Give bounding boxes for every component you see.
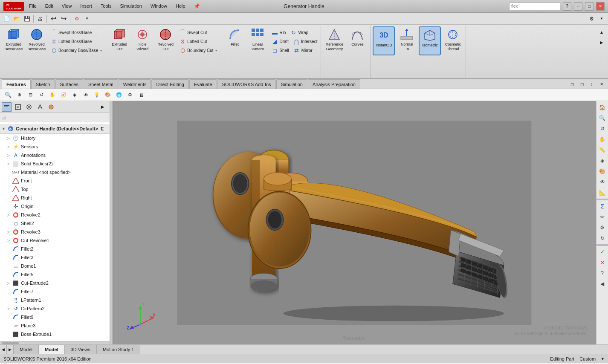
qa-undo[interactable]: ↩: [49, 14, 58, 23]
display-manager-tab[interactable]: [46, 102, 56, 112]
lighting-btn[interactable]: 💡: [92, 90, 101, 100]
property-manager-tab[interactable]: [13, 102, 23, 112]
tab-features[interactable]: Features: [2, 79, 31, 89]
qa-options-arrow[interactable]: ▼: [82, 14, 92, 23]
rp-rotate-btn[interactable]: ↺: [598, 124, 607, 133]
rp-check-btn[interactable]: ✓: [598, 247, 607, 257]
bottom-tab-model[interactable]: Model: [39, 345, 65, 354]
hide-show-btn[interactable]: 👁: [81, 90, 90, 100]
rp-expand-btn[interactable]: ◀: [598, 279, 607, 289]
tab-weldments[interactable]: Weldments: [119, 79, 151, 89]
rp-rebuild-btn[interactable]: ↻: [598, 234, 607, 243]
wrap-btn[interactable]: ↻ Wrap: [288, 28, 310, 37]
tab-simulation[interactable]: Simulation: [276, 79, 307, 89]
qa-save[interactable]: 💾: [22, 14, 32, 23]
tree-item-boss-extrude1[interactable]: ⬛ Boss-Extrude1: [0, 330, 110, 338]
rp-home-btn[interactable]: 🏠: [598, 103, 607, 112]
tree-item-revolve3[interactable]: ▷ ⭕ Revolve3: [0, 228, 110, 236]
menu-tools[interactable]: Tools: [99, 3, 113, 10]
qa-new[interactable]: 📄: [2, 14, 11, 23]
rp-help-btn[interactable]: ?: [598, 269, 607, 278]
revolved-boss-base-btn[interactable]: RevolvedBoss/Base: [26, 26, 48, 55]
tab-direct-editing[interactable]: Direct Editing: [151, 79, 188, 89]
tree-item-right[interactable]: Right: [0, 194, 110, 202]
tree-item-lpattern1[interactable]: ⣿ LPattern1: [0, 296, 110, 304]
maximize-button[interactable]: □: [585, 2, 594, 11]
boundary-boss-base-btn[interactable]: ⬡ Boundary Boss/Base ▼: [49, 46, 104, 55]
bottom-next-btn[interactable]: ▶: [7, 345, 14, 354]
bottom-tab-model-nav[interactable]: Model: [14, 345, 39, 354]
tab-sheet-metal[interactable]: Sheet Metal: [84, 79, 118, 89]
tab-expand-btn[interactable]: ◻: [567, 79, 577, 89]
tree-item-cut-extrude2[interactable]: ▷ ⬛ Cut-Extrude2: [0, 279, 110, 287]
qa-dropdown-arrow[interactable]: ▼: [597, 14, 606, 23]
tree-item-dome1[interactable]: ⌓ Dome1: [0, 262, 110, 270]
tab-more-btn[interactable]: ↕: [587, 79, 596, 89]
qa-print[interactable]: 🖨: [35, 14, 45, 23]
horizontal-scrollbar-thumb[interactable]: [2, 342, 19, 344]
revolved-cut-btn[interactable]: RevolvedCut: [154, 26, 177, 55]
bottom-prev-btn[interactable]: ◀: [0, 345, 7, 354]
scene-btn[interactable]: 🌐: [114, 90, 124, 100]
instant3d-btn[interactable]: 3D Instant3D: [373, 26, 395, 55]
feature-manager-tab[interactable]: [2, 102, 12, 112]
close-button[interactable]: ✕: [596, 2, 605, 11]
tree-item-material[interactable]: ▷ MAT Material <not specified>: [0, 168, 110, 176]
swept-cut-btn[interactable]: ⌒ Swept Cut: [177, 28, 219, 37]
tree-item-cirpattern2[interactable]: ▷ ↺ CirPattern2: [0, 304, 110, 313]
help-button[interactable]: ?: [563, 2, 571, 11]
ribbon-collapse-btn[interactable]: ▶: [597, 38, 606, 47]
rp-feature-btn[interactable]: ⚙: [598, 223, 607, 232]
panel-more-btn[interactable]: ▶: [98, 102, 108, 112]
boundary-cut-btn[interactable]: ⬡ Boundary Cut ▼: [177, 46, 219, 55]
search-input[interactable]: [509, 3, 560, 10]
config-manager-tab[interactable]: [24, 102, 34, 112]
qa-settings[interactable]: ⚙: [587, 14, 596, 23]
tree-item-fillet2[interactable]: Fillet2: [0, 245, 110, 253]
cosmetic-thread-btn[interactable]: CosmeticThread: [442, 26, 464, 55]
rp-sum-btn[interactable]: Σ: [598, 202, 607, 211]
rp-zoom-btn[interactable]: 🔍: [598, 113, 607, 123]
mirror-btn[interactable]: ⇄ Mirror: [292, 46, 314, 55]
bottom-tab-motion[interactable]: Motion Study 1: [97, 345, 140, 354]
tree-item-sensors[interactable]: ▷ ⚡ Sensors: [0, 142, 110, 151]
tree-item-revolve2[interactable]: ▷ ⭕ Revolve2: [0, 211, 110, 219]
ribbon-expand-btn[interactable]: ▲: [597, 27, 606, 37]
draft-btn[interactable]: ◢ Draft: [269, 37, 290, 46]
tree-item-fillet5[interactable]: Fillet5: [0, 270, 110, 279]
rp-display-btn[interactable]: ◈: [598, 156, 607, 165]
tab-collapse-btn[interactable]: ◻: [577, 79, 587, 89]
zoom-to-fit-btn[interactable]: 🔍: [3, 90, 13, 100]
tab-evaluate[interactable]: Evaluate: [189, 79, 217, 89]
isometric-btn[interactable]: Isometric: [419, 26, 441, 55]
tab-surfaces[interactable]: Surfaces: [55, 79, 83, 89]
view-orient-btn[interactable]: 🧭: [59, 90, 68, 100]
appearance-btn[interactable]: 🎨: [103, 90, 113, 100]
menu-edit[interactable]: Edit: [43, 3, 55, 10]
qa-rebuild[interactable]: ⚙: [72, 14, 81, 23]
rp-visibility-btn[interactable]: 👁: [598, 177, 607, 187]
display-mode-btn[interactable]: 🖥: [136, 90, 146, 100]
tree-header[interactable]: ▼ G Generator Handle (Default<<Default>_…: [0, 124, 110, 134]
tree-item-plane3[interactable]: ▱ Plane3: [0, 321, 110, 330]
pan-btn[interactable]: ✋: [48, 90, 57, 100]
qa-redo[interactable]: ↪: [59, 14, 68, 23]
swept-boss-base-btn[interactable]: ⌒ Swept Boss/Base: [49, 28, 104, 37]
tree-item-history[interactable]: ▷ 🕐 History: [0, 134, 110, 142]
rp-dims-btn[interactable]: 📐: [598, 188, 607, 197]
menu-view[interactable]: View: [60, 3, 74, 10]
menu-insert[interactable]: Insert: [78, 3, 94, 10]
menu-help[interactable]: Help: [174, 3, 187, 10]
tree-item-annotations[interactable]: ▷ A Annotations: [0, 151, 110, 159]
extruded-cut-btn[interactable]: ExtrudedCut: [108, 26, 130, 55]
statusbar-dropdown[interactable]: ▼: [601, 357, 605, 361]
minimize-button[interactable]: −: [574, 2, 582, 11]
statusbar-config[interactable]: Custom: [579, 356, 596, 361]
rp-cancel-btn[interactable]: ✕: [598, 258, 607, 267]
rp-pan-btn[interactable]: ✋: [598, 135, 607, 144]
tab-solidworks-addins[interactable]: SOLIDWORKS Add-Ins: [217, 79, 276, 89]
tab-sketch[interactable]: Sketch: [31, 79, 55, 89]
lofted-boss-base-btn[interactable]: ⧖ Lofted Boss/Base: [49, 37, 104, 46]
normal-to-btn[interactable]: NormalTo: [396, 26, 418, 55]
rp-color-btn[interactable]: 🎨: [598, 167, 607, 176]
